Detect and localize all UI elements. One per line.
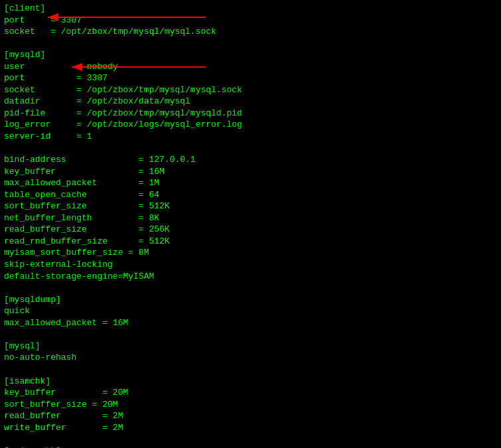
terminal-line: socket = /opt/zbox/tmp/mysql/mysql.sock [4,26,497,38]
terminal-line [4,143,497,155]
terminal-line [4,433,497,445]
terminal-line: datadir = /opt/zbox/data/mysql [4,96,497,108]
terminal-line: default-storage-engine=MyISAM [4,271,497,283]
terminal-line: server-id = 1 [4,131,497,143]
terminal-line: [client] [4,3,497,15]
terminal-line: socket = /opt/zbox/tmp/mysql/mysql.sock [4,84,497,96]
terminal-line: myisam_sort_buffer_size = 8M [4,247,497,259]
terminal-line: quick [4,305,497,317]
terminal-line: key_buffer = 16M [4,166,497,178]
terminal-line: pid-file = /opt/zbox/tmp/mysql/mysqld.pi… [4,108,497,119]
terminal-line: [mysql] [4,340,497,352]
terminal-line: read_rnd_buffer_size = 512K [4,236,497,248]
terminal-line: key_buffer = 20M [4,387,497,399]
terminal-line: [mysqldump] [4,294,497,306]
terminal-line: no-auto-rehash [4,352,497,364]
terminal-line: port = 3307 [4,15,497,27]
terminal-line: user = nobody [4,61,497,73]
terminal-line: skip-external-locking [4,259,497,271]
terminal-content: [client]port = 3307socket = /opt/zbox/tm… [4,3,497,448]
terminal-line: read_buffer = 2M [4,410,497,422]
terminal-line: bind-address = 127.0.0.1 [4,154,497,166]
terminal-line: sort_buffer_size = 512K [4,200,497,212]
terminal-line: max_allowed_packet = 1M [4,177,497,189]
terminal-line: port = 3307 [4,72,497,84]
terminal-line [4,282,497,294]
terminal-line: sort_buffer_size = 20M [4,399,497,411]
terminal-line [4,38,497,50]
terminal-line: write_buffer = 2M [4,422,497,434]
terminal-line [4,364,497,376]
terminal-line: net_buffer_length = 8K [4,212,497,224]
terminal-line: read_buffer_size = 256K [4,224,497,236]
terminal-line: log_error = /opt/zbox/logs/mysql_error.l… [4,119,497,131]
terminal-line [4,329,497,340]
terminal-line: [myisamchk] [4,445,497,448]
terminal-line: table_open_cache = 64 [4,189,497,201]
terminal-line: max_allowed_packet = 16M [4,317,497,329]
terminal-line: [isamchk] [4,376,497,388]
terminal-line: [mysqld] [4,49,497,61]
terminal-window: [client]port = 3307socket = /opt/zbox/tm… [0,0,501,448]
